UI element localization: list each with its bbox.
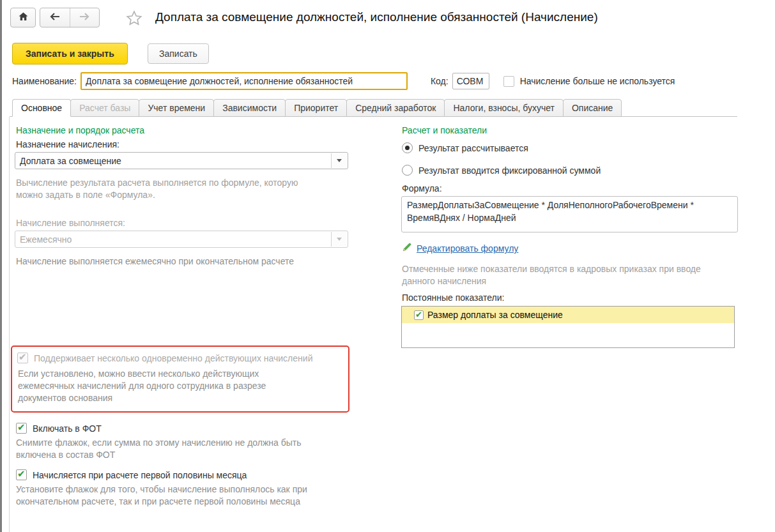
- radio-calculated[interactable]: [402, 142, 413, 153]
- multi-accrual-hint: Если установлено, можно ввести несколько…: [18, 368, 293, 404]
- code-input[interactable]: [452, 73, 489, 89]
- tab-nalogi-vznosy[interactable]: Налоги, взносы, бухучет: [444, 99, 564, 117]
- name-row: Наименование: Код: Начисление больше не …: [12, 72, 675, 91]
- pencil-icon: [402, 242, 412, 255]
- indicator-label: Размер доплаты за совмещение: [427, 310, 563, 320]
- tab-prioritet[interactable]: Приоритет: [285, 99, 347, 117]
- tab-osnovnoe[interactable]: Основное: [12, 99, 71, 117]
- save-button[interactable]: Записать: [148, 43, 209, 64]
- history-nav: [40, 8, 100, 27]
- radio-fixed[interactable]: [402, 165, 413, 176]
- home-icon: [18, 11, 29, 24]
- home-button[interactable]: [10, 8, 36, 27]
- back-arrow-icon: [49, 12, 61, 24]
- form-window: Доплата за совмещение должностей, исполн…: [0, 0, 775, 532]
- forward-arrow-icon: [79, 12, 90, 24]
- constant-indicators-list: Размер доплаты за совмещение: [401, 306, 735, 348]
- half-month-row: Начисляется при расчете первой половины …: [16, 469, 352, 480]
- purpose-field-label: Назначение начисления:: [16, 139, 352, 149]
- purpose-combobox[interactable]: Доплата за совмещение: [15, 152, 348, 169]
- save-and-close-button[interactable]: Записать и закрыть: [12, 43, 128, 65]
- fot-hint: Снимите флажок, если сумма по этому начи…: [16, 437, 318, 461]
- radio-calculated-row: Результат рассчитывается: [402, 142, 738, 153]
- tab-zavisimosti[interactable]: Зависимости: [213, 99, 286, 117]
- formula-textarea[interactable]: РазмерДоплатыЗаСовмещение * ДоляНеполног…: [401, 196, 738, 232]
- edit-formula-link[interactable]: Редактировать формулу: [417, 243, 518, 254]
- tabbar: Основное Расчет базы Учет времени Зависи…: [12, 99, 621, 117]
- forward-button[interactable]: [70, 8, 100, 27]
- favorite-star-icon[interactable]: [125, 10, 144, 27]
- section-title-purpose: Назначение и порядок расчета: [16, 125, 352, 135]
- purpose-hint: Вычисление результата расчета выполняетс…: [16, 177, 323, 201]
- formula-field-label: Формула:: [402, 183, 738, 194]
- fot-row: Включать в ФОТ: [16, 423, 352, 434]
- schedule-hint: Начисление выполняется ежемесячно при ок…: [16, 255, 352, 268]
- section-title-calculation: Расчет и показатели: [402, 125, 738, 135]
- edit-formula-row: Редактировать формулу: [402, 242, 738, 255]
- half-month-checkbox[interactable]: [16, 469, 27, 480]
- fot-label: Включать в ФОТ: [33, 423, 102, 434]
- list-item[interactable]: Размер доплаты за совмещение: [402, 307, 734, 323]
- indicator-checkbox[interactable]: [414, 310, 424, 320]
- fot-checkbox[interactable]: [16, 423, 27, 434]
- tab-uchet-vremeni[interactable]: Учет времени: [139, 99, 214, 117]
- panel-left-border: [9, 117, 10, 532]
- tab-raschet-bazy[interactable]: Расчет базы: [70, 99, 139, 117]
- tab-sredniy-zarabotok[interactable]: Средний заработок: [346, 99, 445, 117]
- left-column: Назначение и порядок расчета Назначение …: [11, 125, 352, 508]
- name-input[interactable]: [81, 72, 408, 90]
- schedule-combobox-value: Ежемесячно: [20, 234, 72, 245]
- multi-accrual-row: Поддерживает несколько одновременно дейс…: [17, 353, 343, 363]
- indicators-hint: Отмеченные ниже показатели вводятся в ка…: [402, 263, 710, 287]
- name-label: Наименование:: [12, 76, 77, 86]
- right-column: Расчет и показатели Результат рассчитыва…: [401, 125, 738, 348]
- not-used-label: Начисление больше не используется: [520, 76, 675, 86]
- chevron-down-icon[interactable]: [331, 153, 347, 168]
- schedule-combobox: Ежемесячно: [15, 231, 348, 248]
- indicators-label: Постоянные показатели:: [402, 293, 738, 303]
- code-label: Код:: [431, 76, 449, 86]
- chevron-down-icon: [331, 232, 347, 247]
- not-used-checkbox[interactable]: [503, 76, 514, 87]
- half-month-hint: Установите флажок для того, чтобы начисл…: [16, 483, 318, 508]
- back-button[interactable]: [40, 8, 70, 27]
- multi-accrual-checkbox: [17, 353, 28, 363]
- attention-red-frame: Поддерживает несколько одновременно дейс…: [11, 346, 349, 413]
- multi-accrual-label: Поддерживает несколько одновременно дейс…: [34, 353, 312, 363]
- tab-opisanie[interactable]: Описание: [563, 99, 622, 117]
- radio-fixed-label: Результат вводится фиксированной суммой: [418, 165, 601, 176]
- radio-calculated-label: Результат рассчитывается: [418, 143, 528, 153]
- page-title: Доплата за совмещение должностей, исполн…: [155, 10, 598, 24]
- schedule-field-label: Начисление выполняется:: [16, 218, 352, 228]
- radio-fixed-row: Результат вводится фиксированной суммой: [402, 165, 738, 176]
- titlebar: Доплата за совмещение должностей, исполн…: [2, 0, 775, 36]
- half-month-label: Начисляется при расчете первой половины …: [33, 470, 247, 480]
- purpose-combobox-value: Доплата за совмещение: [20, 156, 121, 166]
